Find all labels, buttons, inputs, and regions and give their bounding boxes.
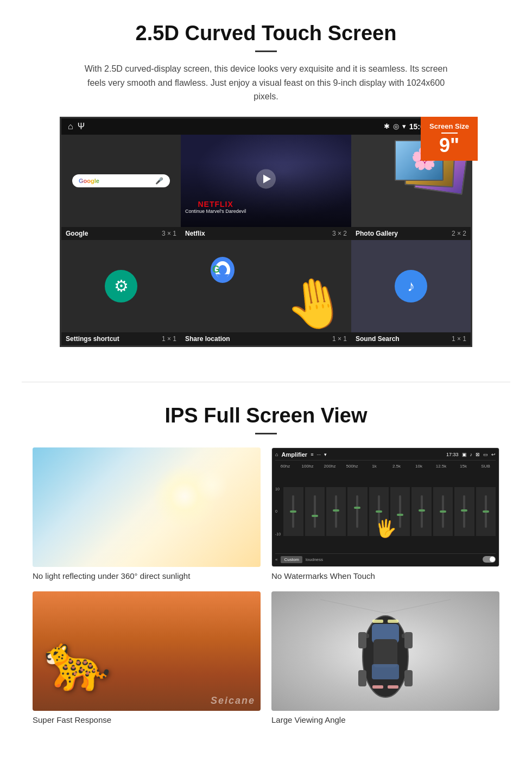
slider-handle-5 <box>376 510 382 513</box>
app-cell-sound[interactable]: ♪ <box>351 240 471 332</box>
device-screen: ⌂ Ψ ✱ ◎ ▾ 15:06 ▣ ♪ ⊠ ▭ <box>60 117 472 347</box>
amp-freq-labels: 60hz 100hz 200hz 500hz 1k 2.5k 10k 12.5k… <box>275 464 496 469</box>
app-grid-row1: Google 🎤 NETFLIX Continue Marvel's Dared… <box>61 135 471 227</box>
google-app-name: Google <box>66 230 88 237</box>
location-icon: ◎ <box>393 122 399 130</box>
share-app-name: Share location <box>185 335 230 343</box>
slider-sub[interactable] <box>476 487 496 536</box>
section2-title: IPS Full Screen View <box>33 404 499 427</box>
car-top-svg <box>309 597 461 705</box>
section-divider <box>22 382 510 382</box>
caption-amplifier: No Watermarks When Touch <box>271 571 499 581</box>
badge-title: Screen Size <box>429 122 469 130</box>
app-cell-netflix[interactable]: NETFLIX Continue Marvel's Daredevil <box>181 135 351 227</box>
slider-15k[interactable] <box>454 487 474 536</box>
label-sound: Sound Search 1 × 1 <box>351 332 471 345</box>
app-cell-settings[interactable]: ⚙ <box>61 240 181 332</box>
amp-loudness-toggle[interactable] <box>483 556 496 563</box>
app-cell-share[interactable]: G 🤚 <box>181 240 351 332</box>
svg-rect-13 <box>372 620 383 623</box>
mic-icon[interactable]: 🎤 <box>155 177 163 185</box>
caption-car: Large Viewing Angle <box>271 715 499 724</box>
section-ips: IPS Full Screen View No light reflecting… <box>0 399 532 741</box>
db-10: 10 <box>275 487 281 491</box>
settings-app-size: 1 × 1 <box>162 335 176 343</box>
img-sunlight <box>33 447 261 567</box>
svg-line-6 <box>385 600 451 613</box>
freq-sub: SUB <box>476 464 496 469</box>
svg-rect-16 <box>388 685 398 689</box>
amp-home-icon: ⌂ <box>275 452 278 457</box>
slider-100[interactable] <box>305 487 325 536</box>
google-search-bar[interactable]: Google 🎤 <box>72 174 170 187</box>
sky-gradient <box>33 447 261 567</box>
slider-handle-7 <box>419 509 425 512</box>
maps-icon: G <box>208 254 238 296</box>
slider-1k[interactable]: 🖐 <box>369 487 389 536</box>
slider-track-3 <box>335 495 337 528</box>
netflix-logo-text: NETFLIX <box>185 200 246 209</box>
gallery-app-size: 2 × 2 <box>452 230 466 237</box>
caption-cheetah: Super Fast Response <box>33 715 261 724</box>
amp-screen: ⌂ Amplifier ≡ ··· ▾ 17:33 ▣ ♪ ⊠ ▭ ↩ 60hz <box>272 448 499 566</box>
amp-vol: ♪ <box>470 452 473 457</box>
freq-500: 500hz <box>342 464 362 469</box>
title2-underline <box>255 433 277 434</box>
sound-app-name: Sound Search <box>356 335 400 343</box>
amp-footer: « Custom loudness <box>275 553 496 563</box>
app-cell-google[interactable]: Google 🎤 <box>61 135 181 227</box>
status-bar: ⌂ Ψ ✱ ◎ ▾ 15:06 ▣ ♪ ⊠ ▭ <box>61 118 471 135</box>
slider-500[interactable] <box>347 487 367 536</box>
freq-1k: 1k <box>364 464 384 469</box>
freq-60: 60hz <box>275 464 295 469</box>
slider-handle-10 <box>483 510 489 513</box>
slider-12k5[interactable] <box>433 487 453 536</box>
netflix-label: NETFLIX Continue Marvel's Daredevil <box>185 200 246 214</box>
play-button[interactable] <box>256 169 276 188</box>
amp-wifi: ▾ <box>324 452 327 457</box>
amp-back: ↩ <box>491 452 496 457</box>
slider-10k[interactable] <box>411 487 431 536</box>
slider-handle-6 <box>397 514 403 516</box>
screen-size-badge: Screen Size 9" <box>421 117 478 161</box>
wifi-icon: ▾ <box>402 122 406 130</box>
slider-track-1 <box>292 495 294 528</box>
amp-custom-button[interactable]: Custom <box>281 556 302 563</box>
amp-header: ⌂ Amplifier ≡ ··· ▾ 17:33 ▣ ♪ ⊠ ▭ ↩ <box>275 451 496 460</box>
svg-rect-14 <box>388 620 398 623</box>
slider-60[interactable] <box>283 487 303 536</box>
settings-icon: ⚙ <box>105 270 137 302</box>
svg-line-5 <box>320 600 385 613</box>
svg-rect-20 <box>404 670 413 686</box>
img-card-car: Large Viewing Angle <box>271 591 499 724</box>
svg-rect-15 <box>372 685 383 689</box>
settings-app-name: Settings shortcut <box>66 335 119 343</box>
amp-win: ▭ <box>483 452 488 457</box>
amp-dots: ··· <box>316 452 321 457</box>
label-settings: Settings shortcut 1 × 1 <box>61 332 181 345</box>
row2-labels: Settings shortcut 1 × 1 Share location 1… <box>61 332 471 345</box>
slider-handle-3 <box>333 509 339 512</box>
img-card-amplifier: ⌂ Amplifier ≡ ··· ▾ 17:33 ▣ ♪ ⊠ ▭ ↩ 60hz <box>271 447 499 581</box>
slider-track-8 <box>442 495 444 528</box>
label-gallery: Photo Gallery 2 × 2 <box>351 227 471 240</box>
img-amplifier: ⌂ Amplifier ≡ ··· ▾ 17:33 ▣ ♪ ⊠ ▭ ↩ 60hz <box>271 447 499 567</box>
slider-200[interactable] <box>326 487 346 536</box>
usb-icon: Ψ <box>78 122 85 131</box>
home-icon[interactable]: ⌂ <box>68 122 73 131</box>
svg-rect-18 <box>404 632 413 648</box>
img-car <box>271 591 499 711</box>
slider-handle-9 <box>461 509 467 512</box>
sound-app-size: 1 × 1 <box>452 335 466 343</box>
section-curved-screen: 2.5D Curved Touch Screen With 2.5D curve… <box>0 0 532 365</box>
netflix-subtitle: Continue Marvel's Daredevil <box>185 209 246 214</box>
amp-x: ⊠ <box>476 452 480 457</box>
freq-12k5: 12.5k <box>431 464 451 469</box>
app-grid-row2: ⚙ G 🤚 <box>61 240 471 332</box>
gallery-app-name: Photo Gallery <box>356 230 398 237</box>
touch-hand-icon: 🖐 <box>375 518 397 539</box>
google-logo: Google <box>79 178 99 184</box>
amp-loudness-label: loudness <box>306 557 479 562</box>
play-triangle-icon <box>263 174 271 183</box>
section1-title: 2.5D Curved Touch Screen <box>33 22 499 45</box>
